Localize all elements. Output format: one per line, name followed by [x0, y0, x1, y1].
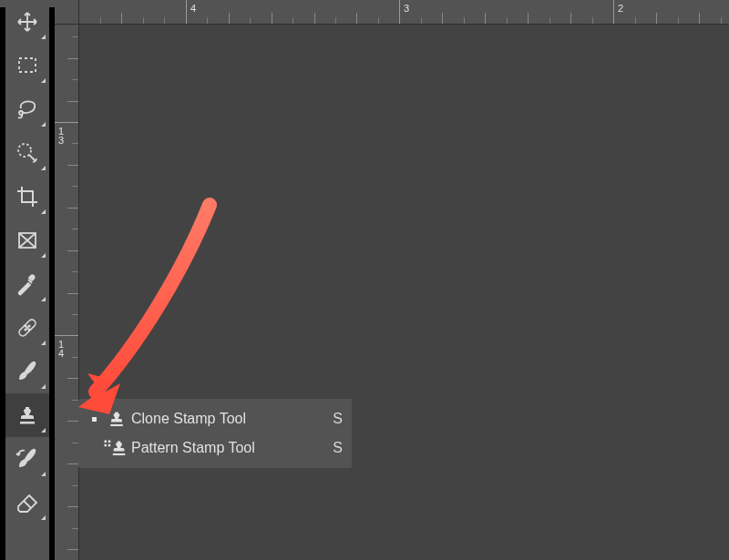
clone-stamp-flyout-menu: Clone Stamp Tool S Pattern Stamp Tool S — [78, 399, 352, 468]
brush-icon — [15, 359, 40, 384]
frame-tool[interactable] — [5, 219, 49, 262]
svg-point-1 — [19, 111, 23, 115]
flyout-indicator-icon — [41, 35, 46, 39]
flyout-indicator-icon — [41, 472, 46, 476]
flyout-indicator-icon — [41, 297, 46, 301]
svg-rect-10 — [20, 422, 35, 424]
stamp-icon — [15, 403, 39, 427]
bandage-icon — [15, 315, 40, 341]
rectangular-marquee-tool[interactable] — [5, 44, 49, 87]
pattern-stamp-icon — [102, 438, 131, 458]
eraser-icon — [15, 490, 40, 515]
flyout-indicator-icon — [41, 209, 46, 214]
svg-rect-13 — [108, 441, 111, 443]
flyout-indicator-icon — [41, 253, 46, 258]
quick-selection-tool[interactable] — [5, 131, 49, 175]
crop-tool[interactable] — [5, 175, 49, 219]
flyout-indicator-icon — [41, 428, 46, 433]
ruler-v-digit: 3 — [58, 136, 67, 145]
marquee-icon — [16, 55, 38, 76]
history-brush-tool[interactable] — [5, 437, 49, 481]
flyout-item-shortcut: S — [324, 411, 343, 427]
spot-healing-brush-tool[interactable] — [5, 306, 49, 350]
ruler-h-major-label: 3 — [404, 3, 409, 14]
ruler-origin-box[interactable] — [55, 0, 79, 25]
flyout-indicator-icon — [41, 122, 46, 127]
eraser-tool[interactable] — [5, 481, 49, 524]
ruler-h-major-label: 2 — [618, 3, 623, 14]
lasso-tool[interactable] — [5, 87, 49, 131]
ruler-v-major-label: 1 4 — [58, 340, 67, 358]
flyout-indicator-icon — [41, 166, 46, 170]
history-brush-icon — [15, 446, 40, 472]
flyout-item-clone-stamp[interactable]: Clone Stamp Tool S — [78, 404, 352, 433]
flyout-indicator-icon — [41, 341, 46, 345]
vertical-ruler[interactable]: 1 3 1 4 — [55, 24, 79, 560]
active-indicator-icon — [92, 417, 97, 422]
svg-rect-14 — [104, 444, 107, 447]
stamp-icon — [102, 409, 131, 429]
svg-rect-16 — [113, 453, 126, 455]
quick-selection-icon — [15, 141, 39, 165]
svg-point-5 — [26, 327, 28, 329]
ruler-v-digit: 4 — [58, 349, 67, 358]
flyout-item-label: Clone Stamp Tool — [131, 411, 324, 427]
canvas-area[interactable] — [78, 24, 729, 560]
lasso-icon — [15, 97, 39, 121]
svg-point-9 — [28, 325, 30, 327]
horizontal-ruler[interactable]: 4 3 2 — [78, 0, 729, 25]
svg-rect-15 — [108, 444, 111, 447]
svg-point-6 — [25, 325, 26, 327]
svg-rect-11 — [110, 424, 123, 426]
eyedropper-tool[interactable] — [5, 262, 49, 306]
clone-stamp-tool[interactable] — [5, 393, 49, 437]
svg-point-7 — [28, 329, 30, 331]
flyout-indicator-icon — [41, 384, 46, 389]
flyout-indicator-icon — [41, 78, 46, 83]
ruler-v-major-label: 1 3 — [58, 127, 67, 145]
flyout-item-pattern-stamp[interactable]: Pattern Stamp Tool S — [78, 433, 352, 463]
svg-point-8 — [25, 329, 26, 331]
move-tool[interactable] — [5, 0, 49, 44]
document-stage: 4 3 2 — [55, 0, 729, 560]
eyedropper-icon — [15, 272, 39, 296]
crop-icon — [15, 185, 39, 209]
frame-icon — [16, 229, 38, 251]
svg-rect-0 — [19, 58, 36, 72]
flyout-indicator-icon — [41, 515, 46, 520]
flyout-item-label: Pattern Stamp Tool — [131, 440, 324, 456]
svg-rect-12 — [104, 441, 107, 443]
flyout-item-shortcut: S — [324, 440, 343, 456]
move-icon — [16, 11, 38, 33]
toolbar — [5, 0, 49, 560]
ruler-h-major-label: 4 — [190, 3, 196, 14]
svg-point-2 — [18, 144, 31, 157]
brush-tool[interactable] — [5, 350, 49, 393]
